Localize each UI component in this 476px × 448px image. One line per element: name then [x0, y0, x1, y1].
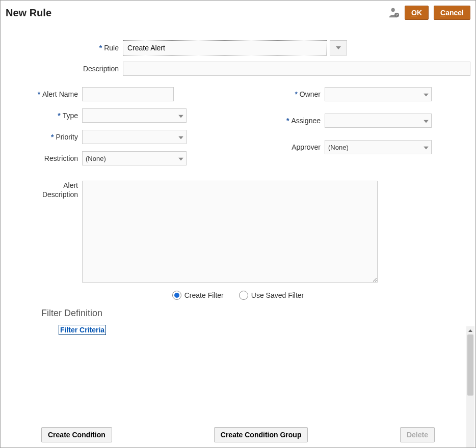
owner-select[interactable] [325, 87, 432, 101]
owner-label: Owner [248, 90, 325, 98]
alert-description-label: AlertDescription [6, 181, 82, 199]
approver-label: Approver [248, 143, 325, 151]
rule-dropdown-button[interactable] [330, 40, 347, 55]
approver-row: Approver [248, 140, 470, 154]
radio-icon [239, 291, 248, 300]
radio-icon [172, 291, 181, 300]
filter-criteria-link[interactable]: Filter Criteria [59, 325, 106, 335]
bottom-button-bar: Create Condition Create Condition Group … [1, 427, 475, 442]
alert-description-row: AlertDescription [6, 181, 470, 283]
scroll-thumb[interactable] [467, 334, 473, 396]
alert-name-row: Alert Name [6, 87, 228, 101]
use-saved-filter-radio[interactable]: Use Saved Filter [239, 291, 304, 300]
restriction-label: Restriction [6, 154, 82, 162]
restriction-row: Restriction [6, 151, 228, 165]
vertical-scrollbar[interactable] [466, 326, 474, 447]
fields-two-col: Alert Name Type Priority [6, 87, 470, 173]
owner-row: Owner [248, 87, 470, 101]
description-input[interactable] [123, 62, 470, 76]
alert-description-textarea[interactable] [82, 181, 378, 283]
form-area: Rule Description Alert Name Type [1, 21, 475, 340]
create-filter-label: Create Filter [184, 291, 224, 299]
ok-button[interactable]: OK [405, 6, 429, 20]
type-row: Type [6, 108, 228, 123]
assignee-select[interactable] [325, 114, 432, 128]
user-help-icon[interactable]: ? [388, 7, 400, 18]
alert-name-input[interactable] [82, 87, 174, 101]
create-filter-radio[interactable]: Create Filter [172, 291, 224, 300]
create-condition-group-button[interactable]: Create Condition Group [214, 427, 308, 442]
svg-text:?: ? [396, 13, 398, 17]
approver-select[interactable] [325, 140, 432, 154]
rule-label: Rule [46, 44, 123, 52]
cancel-button[interactable]: Cancel [434, 6, 470, 20]
header-actions: ? OK Cancel [388, 6, 470, 20]
filter-definition-title: Filter Definition [41, 308, 470, 319]
type-label: Type [6, 111, 82, 120]
dialog-title: New Rule [6, 7, 388, 19]
priority-label: Priority [6, 133, 82, 141]
alert-name-label: Alert Name [6, 90, 82, 98]
description-label: Description [46, 65, 123, 73]
delete-button: Delete [400, 427, 435, 442]
dialog-header: New Rule ? OK Cancel [1, 1, 475, 21]
use-saved-filter-label: Use Saved Filter [251, 291, 304, 299]
create-condition-button[interactable]: Create Condition [41, 427, 112, 442]
assignee-label: Assignee [248, 117, 325, 125]
svg-point-0 [391, 8, 395, 12]
right-col: Owner Assignee [248, 87, 470, 173]
description-row: Description [46, 62, 470, 76]
rule-row: Rule [46, 40, 470, 55]
new-rule-dialog: New Rule ? OK Cancel Rule [0, 0, 476, 448]
assignee-row: Assignee [248, 114, 470, 128]
priority-select[interactable] [82, 130, 187, 144]
filter-mode-radios: Create Filter Use Saved Filter [6, 291, 470, 300]
priority-row: Priority [6, 130, 228, 144]
rule-input[interactable] [123, 40, 327, 55]
scroll-up-icon[interactable] [466, 326, 474, 334]
left-col: Alert Name Type Priority [6, 87, 228, 173]
type-select[interactable] [82, 108, 187, 123]
restriction-select[interactable] [82, 151, 187, 165]
